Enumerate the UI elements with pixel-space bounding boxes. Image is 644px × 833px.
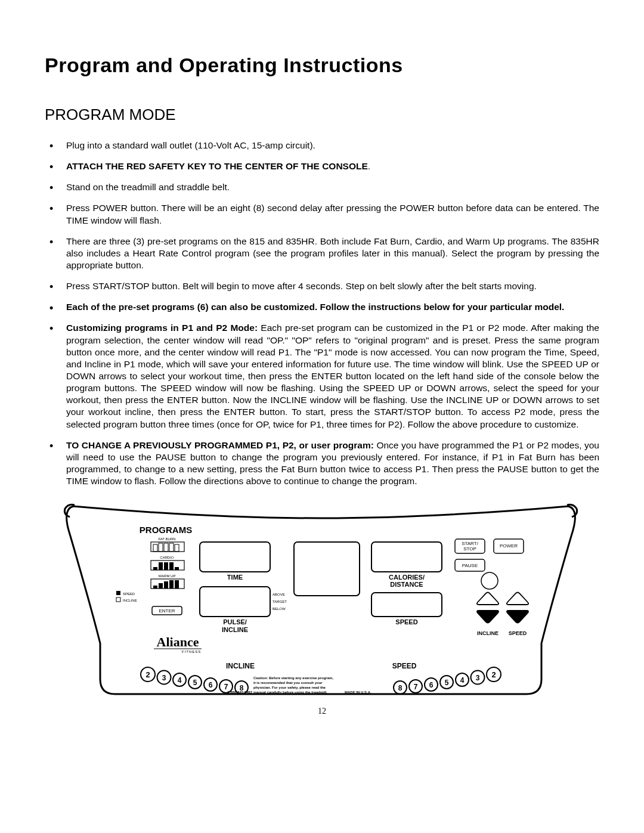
list-item: Plug into a standard wall outlet (110-Vo… <box>45 140 599 151</box>
caution-block: Caution: Before starting any exercise pr… <box>227 676 371 694</box>
calories-label-1: CALORIES/ <box>389 574 425 581</box>
svg-text:Caution: Before starting any e: Caution: Before starting any exercise pr… <box>253 676 333 680</box>
time-label: TIME <box>227 574 243 581</box>
pulse-incline-label-1: PULSE/ <box>223 618 247 625</box>
svg-rect-14 <box>159 583 163 589</box>
incline-up-button[interactable] <box>477 593 499 605</box>
svg-rect-15 <box>164 581 168 589</box>
brand-sub: FITNESS <box>182 650 201 654</box>
list-item-lead: Customizing programs in P1 and P2 Mode: <box>66 323 258 333</box>
calories-label-2: DISTANCE <box>390 581 423 588</box>
svg-text:4: 4 <box>178 676 182 685</box>
svg-text:1.888.340.0482: 1.888.340.0482 <box>227 690 252 694</box>
target-label: TARGET <box>273 600 287 603</box>
svg-text:manual carefully before using : manual carefully before using the treadm… <box>253 690 327 694</box>
cardio-icon <box>151 561 184 570</box>
list-item-punct: . <box>368 161 370 171</box>
list-item-body: Each pre-set program can be customized i… <box>66 323 599 429</box>
list-item: TO CHANGE A PREVIOUSLY PROGRAMMED P1, P2… <box>45 439 599 488</box>
calories-display <box>371 542 442 572</box>
svg-text:5: 5 <box>445 679 449 687</box>
start-stop-label-2: STOP <box>463 546 476 552</box>
speed-label: SPEED <box>395 618 417 625</box>
svg-text:4: 4 <box>460 676 465 685</box>
svg-rect-4 <box>169 543 174 552</box>
list-item: Press START/STOP button. Belt will begin… <box>45 280 599 292</box>
svg-rect-16 <box>169 580 174 589</box>
svg-rect-10 <box>169 562 174 570</box>
svg-rect-11 <box>175 567 179 570</box>
list-item: Press POWER button. There will be an eig… <box>45 202 599 226</box>
above-label: ABOVE <box>273 593 285 596</box>
incline-legend-icon <box>116 597 120 602</box>
speed-up-button[interactable] <box>507 593 528 605</box>
fat-burn-icon <box>151 542 184 552</box>
incline-arrow-label: INCLINE <box>477 630 499 636</box>
speed-preset-heading: SPEED <box>392 662 417 670</box>
fat-burn-label: FAT BURN <box>158 537 175 541</box>
svg-rect-2 <box>159 543 163 552</box>
svg-text:2: 2 <box>491 670 496 679</box>
svg-rect-5 <box>175 544 179 552</box>
speed-down-button[interactable] <box>507 611 528 623</box>
list-item-bold: ATTACH THE RED SAFETY KEY TO THE CENTER … <box>66 161 368 171</box>
speed-legend-icon <box>116 591 120 595</box>
below-label: BELOW <box>273 607 286 611</box>
pulse-incline-label-2: INCLINE <box>222 626 248 633</box>
list-item-lead: TO CHANGE A PREVIOUSLY PROGRAMMED P1, P2… <box>66 440 374 450</box>
svg-text:3: 3 <box>476 674 480 682</box>
programs-heading: PROGRAMS <box>140 525 192 535</box>
incline-down-button[interactable] <box>477 611 499 623</box>
svg-rect-17 <box>175 580 179 589</box>
svg-rect-8 <box>159 562 163 570</box>
svg-text:3: 3 <box>162 674 166 682</box>
svg-text:8: 8 <box>398 684 402 692</box>
enter-label: ENTER <box>159 608 175 614</box>
svg-rect-1 <box>153 544 157 552</box>
svg-rect-9 <box>164 562 168 570</box>
cardio-label: CARDIO <box>160 556 174 559</box>
speed-arrow-label: SPEED <box>509 630 527 636</box>
console-diagram: PROGRAMS FAT BURN CARDIO WARM UP <box>61 500 580 703</box>
svg-text:7: 7 <box>414 683 418 691</box>
page-number: 12 <box>45 707 599 716</box>
list-item: Customizing programs in P1 and P2 Mode: … <box>45 322 599 430</box>
svg-text:physician. For your safety, pl: physician. For your safety, please read … <box>253 686 326 689</box>
start-stop-label-1: START/ <box>462 541 478 546</box>
svg-rect-13 <box>153 586 157 589</box>
incline-legend-label: INCLINE <box>123 599 137 602</box>
warm-up-icon <box>151 579 184 589</box>
list-item: Stand on the treadmill and straddle belt… <box>45 181 599 193</box>
power-label: POWER <box>500 543 518 549</box>
svg-text:2: 2 <box>145 670 150 679</box>
svg-text:MADE IN U.S.A.: MADE IN U.S.A. <box>345 690 371 694</box>
list-item: Each of the pre-set programs (6) can als… <box>45 301 599 313</box>
svg-text:6: 6 <box>209 681 213 689</box>
speed-preset-row: 8 7 6 5 4 3 2 <box>394 667 501 694</box>
section-heading: PROGRAM MODE <box>45 106 599 124</box>
time-display <box>200 542 270 572</box>
svg-text:5: 5 <box>193 679 197 687</box>
brand-logo: Aliance <box>157 634 199 649</box>
speed-legend-label: SPEED <box>123 592 135 596</box>
speed-display <box>371 593 442 617</box>
svg-text:6: 6 <box>429 681 434 689</box>
svg-text:it is recommended that you con: it is recommended that you consult your <box>253 681 323 685</box>
svg-text:7: 7 <box>224 683 228 691</box>
list-item: ATTACH THE RED SAFETY KEY TO THE CENTER … <box>45 160 599 172</box>
warm-up-label: WARM UP <box>159 574 176 578</box>
svg-rect-7 <box>153 567 157 570</box>
svg-rect-3 <box>164 543 168 552</box>
list-item: There are three (3) pre-set programs on … <box>45 236 599 271</box>
page-title: Program and Operating Instructions <box>45 54 599 77</box>
pulse-incline-display <box>200 587 270 617</box>
safety-key-circle[interactable] <box>481 572 498 589</box>
incline-preset-heading: INCLINE <box>226 662 255 670</box>
pause-label: PAUSE <box>462 563 478 568</box>
instruction-list: Plug into a standard wall outlet (110-Vo… <box>45 140 599 487</box>
center-display <box>294 542 360 596</box>
